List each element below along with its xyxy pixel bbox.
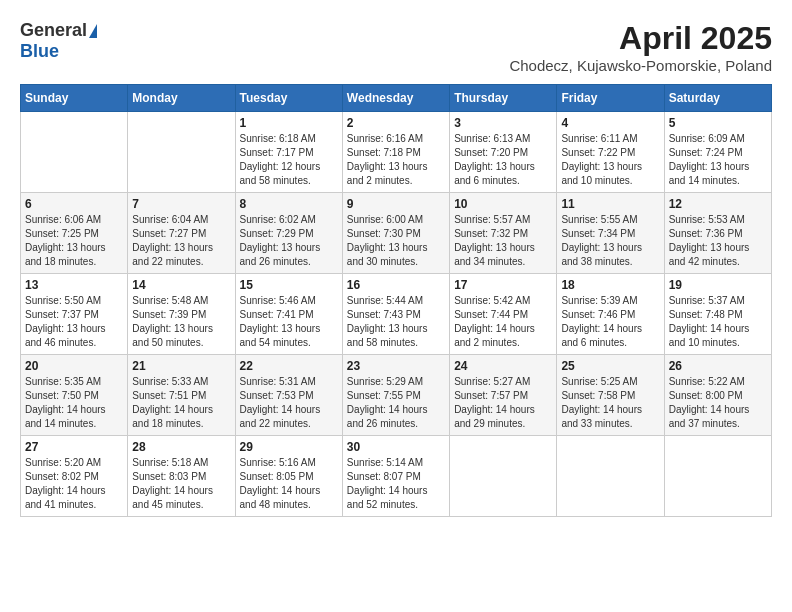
calendar-cell [128, 112, 235, 193]
day-number: 1 [240, 116, 338, 130]
day-detail: Sunrise: 6:04 AM Sunset: 7:27 PM Dayligh… [132, 213, 230, 269]
day-detail: Sunrise: 5:48 AM Sunset: 7:39 PM Dayligh… [132, 294, 230, 350]
calendar-cell: 4Sunrise: 6:11 AM Sunset: 7:22 PM Daylig… [557, 112, 664, 193]
day-detail: Sunrise: 6:13 AM Sunset: 7:20 PM Dayligh… [454, 132, 552, 188]
day-number: 4 [561, 116, 659, 130]
day-number: 27 [25, 440, 123, 454]
day-detail: Sunrise: 5:37 AM Sunset: 7:48 PM Dayligh… [669, 294, 767, 350]
logo: General Blue [20, 20, 97, 62]
calendar-cell: 24Sunrise: 5:27 AM Sunset: 7:57 PM Dayli… [450, 355, 557, 436]
day-detail: Sunrise: 6:16 AM Sunset: 7:18 PM Dayligh… [347, 132, 445, 188]
calendar-cell: 18Sunrise: 5:39 AM Sunset: 7:46 PM Dayli… [557, 274, 664, 355]
day-detail: Sunrise: 5:22 AM Sunset: 8:00 PM Dayligh… [669, 375, 767, 431]
day-detail: Sunrise: 6:06 AM Sunset: 7:25 PM Dayligh… [25, 213, 123, 269]
logo-general-text: General [20, 20, 87, 41]
calendar-cell: 2Sunrise: 6:16 AM Sunset: 7:18 PM Daylig… [342, 112, 449, 193]
day-number: 23 [347, 359, 445, 373]
day-detail: Sunrise: 5:16 AM Sunset: 8:05 PM Dayligh… [240, 456, 338, 512]
day-detail: Sunrise: 6:09 AM Sunset: 7:24 PM Dayligh… [669, 132, 767, 188]
calendar-cell: 12Sunrise: 5:53 AM Sunset: 7:36 PM Dayli… [664, 193, 771, 274]
day-number: 3 [454, 116, 552, 130]
day-number: 20 [25, 359, 123, 373]
day-number: 18 [561, 278, 659, 292]
calendar-cell: 30Sunrise: 5:14 AM Sunset: 8:07 PM Dayli… [342, 436, 449, 517]
day-detail: Sunrise: 5:25 AM Sunset: 7:58 PM Dayligh… [561, 375, 659, 431]
day-number: 17 [454, 278, 552, 292]
calendar-cell: 26Sunrise: 5:22 AM Sunset: 8:00 PM Dayli… [664, 355, 771, 436]
day-detail: Sunrise: 5:33 AM Sunset: 7:51 PM Dayligh… [132, 375, 230, 431]
weekday-header-friday: Friday [557, 85, 664, 112]
calendar-cell [664, 436, 771, 517]
calendar-week-row: 13Sunrise: 5:50 AM Sunset: 7:37 PM Dayli… [21, 274, 772, 355]
day-detail: Sunrise: 5:27 AM Sunset: 7:57 PM Dayligh… [454, 375, 552, 431]
calendar-cell: 7Sunrise: 6:04 AM Sunset: 7:27 PM Daylig… [128, 193, 235, 274]
day-number: 30 [347, 440, 445, 454]
weekday-header-monday: Monday [128, 85, 235, 112]
day-number: 14 [132, 278, 230, 292]
day-number: 11 [561, 197, 659, 211]
day-detail: Sunrise: 5:53 AM Sunset: 7:36 PM Dayligh… [669, 213, 767, 269]
calendar-week-row: 20Sunrise: 5:35 AM Sunset: 7:50 PM Dayli… [21, 355, 772, 436]
day-detail: Sunrise: 5:29 AM Sunset: 7:55 PM Dayligh… [347, 375, 445, 431]
day-number: 6 [25, 197, 123, 211]
logo-blue-text: Blue [20, 41, 59, 62]
day-detail: Sunrise: 5:31 AM Sunset: 7:53 PM Dayligh… [240, 375, 338, 431]
day-detail: Sunrise: 5:46 AM Sunset: 7:41 PM Dayligh… [240, 294, 338, 350]
day-number: 26 [669, 359, 767, 373]
day-detail: Sunrise: 6:11 AM Sunset: 7:22 PM Dayligh… [561, 132, 659, 188]
calendar-cell: 6Sunrise: 6:06 AM Sunset: 7:25 PM Daylig… [21, 193, 128, 274]
day-number: 15 [240, 278, 338, 292]
day-detail: Sunrise: 5:55 AM Sunset: 7:34 PM Dayligh… [561, 213, 659, 269]
day-detail: Sunrise: 5:35 AM Sunset: 7:50 PM Dayligh… [25, 375, 123, 431]
weekday-header-row: SundayMondayTuesdayWednesdayThursdayFrid… [21, 85, 772, 112]
calendar-cell: 17Sunrise: 5:42 AM Sunset: 7:44 PM Dayli… [450, 274, 557, 355]
month-year-title: April 2025 [509, 20, 772, 57]
weekday-header-wednesday: Wednesday [342, 85, 449, 112]
calendar-week-row: 6Sunrise: 6:06 AM Sunset: 7:25 PM Daylig… [21, 193, 772, 274]
day-number: 8 [240, 197, 338, 211]
calendar-cell: 15Sunrise: 5:46 AM Sunset: 7:41 PM Dayli… [235, 274, 342, 355]
calendar-table: SundayMondayTuesdayWednesdayThursdayFrid… [20, 84, 772, 517]
day-number: 22 [240, 359, 338, 373]
weekday-header-saturday: Saturday [664, 85, 771, 112]
calendar-cell: 9Sunrise: 6:00 AM Sunset: 7:30 PM Daylig… [342, 193, 449, 274]
calendar-cell: 13Sunrise: 5:50 AM Sunset: 7:37 PM Dayli… [21, 274, 128, 355]
day-number: 21 [132, 359, 230, 373]
day-detail: Sunrise: 5:57 AM Sunset: 7:32 PM Dayligh… [454, 213, 552, 269]
calendar-cell: 5Sunrise: 6:09 AM Sunset: 7:24 PM Daylig… [664, 112, 771, 193]
calendar-cell [450, 436, 557, 517]
calendar-cell [557, 436, 664, 517]
calendar-cell: 21Sunrise: 5:33 AM Sunset: 7:51 PM Dayli… [128, 355, 235, 436]
calendar-week-row: 27Sunrise: 5:20 AM Sunset: 8:02 PM Dayli… [21, 436, 772, 517]
calendar-cell: 10Sunrise: 5:57 AM Sunset: 7:32 PM Dayli… [450, 193, 557, 274]
calendar-cell: 25Sunrise: 5:25 AM Sunset: 7:58 PM Dayli… [557, 355, 664, 436]
day-detail: Sunrise: 5:20 AM Sunset: 8:02 PM Dayligh… [25, 456, 123, 512]
title-section: April 2025 Chodecz, Kujawsko-Pomorskie, … [509, 20, 772, 74]
day-detail: Sunrise: 5:44 AM Sunset: 7:43 PM Dayligh… [347, 294, 445, 350]
day-detail: Sunrise: 5:18 AM Sunset: 8:03 PM Dayligh… [132, 456, 230, 512]
weekday-header-thursday: Thursday [450, 85, 557, 112]
calendar-cell: 22Sunrise: 5:31 AM Sunset: 7:53 PM Dayli… [235, 355, 342, 436]
calendar-cell: 20Sunrise: 5:35 AM Sunset: 7:50 PM Dayli… [21, 355, 128, 436]
day-number: 19 [669, 278, 767, 292]
calendar-cell: 8Sunrise: 6:02 AM Sunset: 7:29 PM Daylig… [235, 193, 342, 274]
day-detail: Sunrise: 5:39 AM Sunset: 7:46 PM Dayligh… [561, 294, 659, 350]
calendar-cell: 28Sunrise: 5:18 AM Sunset: 8:03 PM Dayli… [128, 436, 235, 517]
calendar-cell: 23Sunrise: 5:29 AM Sunset: 7:55 PM Dayli… [342, 355, 449, 436]
day-detail: Sunrise: 5:42 AM Sunset: 7:44 PM Dayligh… [454, 294, 552, 350]
day-detail: Sunrise: 6:18 AM Sunset: 7:17 PM Dayligh… [240, 132, 338, 188]
day-detail: Sunrise: 5:14 AM Sunset: 8:07 PM Dayligh… [347, 456, 445, 512]
day-number: 10 [454, 197, 552, 211]
logo-icon [89, 24, 97, 38]
day-number: 29 [240, 440, 338, 454]
day-number: 5 [669, 116, 767, 130]
weekday-header-sunday: Sunday [21, 85, 128, 112]
day-number: 28 [132, 440, 230, 454]
weekday-header-tuesday: Tuesday [235, 85, 342, 112]
calendar-cell [21, 112, 128, 193]
calendar-cell: 29Sunrise: 5:16 AM Sunset: 8:05 PM Dayli… [235, 436, 342, 517]
day-number: 16 [347, 278, 445, 292]
calendar-cell: 27Sunrise: 5:20 AM Sunset: 8:02 PM Dayli… [21, 436, 128, 517]
day-number: 7 [132, 197, 230, 211]
calendar-cell: 1Sunrise: 6:18 AM Sunset: 7:17 PM Daylig… [235, 112, 342, 193]
